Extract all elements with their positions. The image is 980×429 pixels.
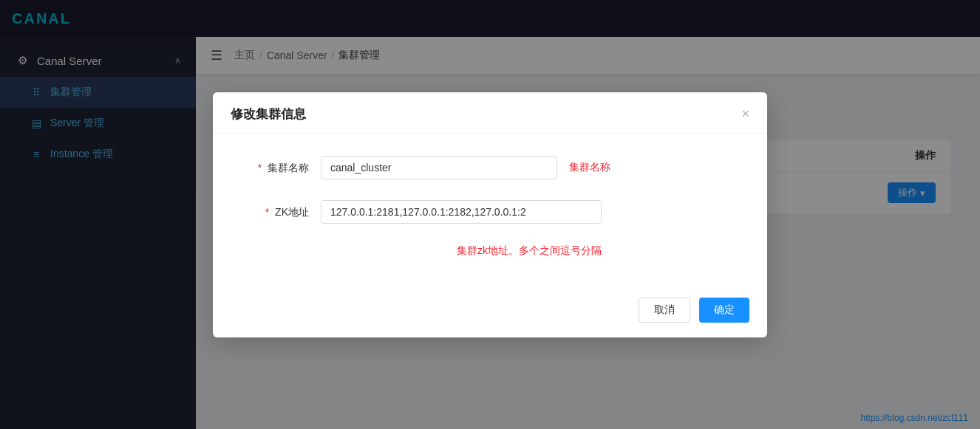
cluster-name-label: * 集群名称 (242, 156, 309, 175)
cancel-button[interactable]: 取消 (639, 298, 690, 323)
required-mark: * (258, 162, 262, 174)
confirm-button[interactable]: 确定 (699, 298, 749, 323)
form-row-zk-addr: * ZK地址 (242, 200, 738, 224)
cluster-name-hint: 集群名称 (569, 161, 610, 174)
zk-addr-control-wrap (321, 200, 738, 224)
dialog: 修改集群信息 × * 集群名称 集群名称 * ZK地址 (213, 92, 767, 337)
cluster-name-label-text: 集群名称 (268, 162, 309, 174)
required-mark-zk: * (265, 206, 269, 218)
cluster-name-control-wrap: 集群名称 (321, 156, 738, 179)
zk-addr-label-text: ZK地址 (275, 206, 309, 218)
dialog-body: * 集群名称 集群名称 * ZK地址 集群zk地址。多个之间逗号 (213, 134, 767, 287)
zk-addr-label: * ZK地址 (242, 200, 309, 219)
dialog-close-button[interactable]: × (741, 107, 749, 120)
dialog-title: 修改集群信息 (231, 106, 306, 123)
dialog-footer: 取消 确定 (213, 287, 767, 337)
cluster-name-input[interactable] (321, 156, 557, 179)
modal-overlay[interactable]: 修改集群信息 × * 集群名称 集群名称 * ZK地址 (0, 0, 980, 429)
dialog-header: 修改集群信息 × (213, 92, 767, 134)
zk-addr-input[interactable] (321, 200, 602, 224)
form-row-cluster-name: * 集群名称 集群名称 (242, 156, 738, 179)
zk-hint: 集群zk地址。多个之间逗号分隔 (242, 244, 738, 258)
